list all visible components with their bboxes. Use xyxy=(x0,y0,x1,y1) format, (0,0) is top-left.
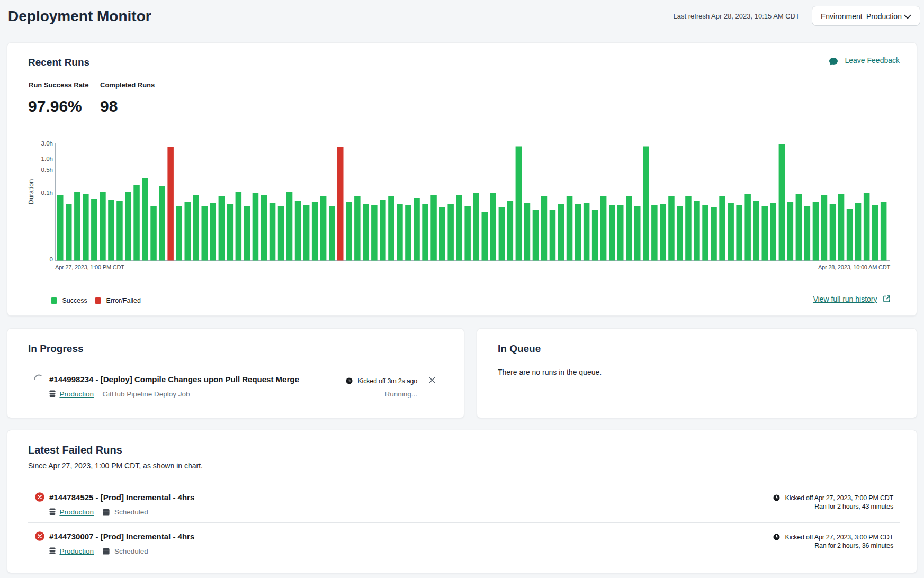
svg-text:0.1h: 0.1h xyxy=(41,189,53,196)
svg-text:0.5h: 0.5h xyxy=(41,167,53,173)
svg-text:Apr 27, 2023, 1:00 PM CDT: Apr 27, 2023, 1:00 PM CDT xyxy=(55,264,124,270)
svg-text:Apr 28, 2023, 10:00 AM CDT: Apr 28, 2023, 10:00 AM CDT xyxy=(818,264,891,270)
svg-text:Duration: Duration xyxy=(28,179,35,204)
svg-text:0: 0 xyxy=(50,256,53,263)
svg-text:3.0h: 3.0h xyxy=(41,140,53,147)
svg-text:1.0h: 1.0h xyxy=(41,156,53,162)
